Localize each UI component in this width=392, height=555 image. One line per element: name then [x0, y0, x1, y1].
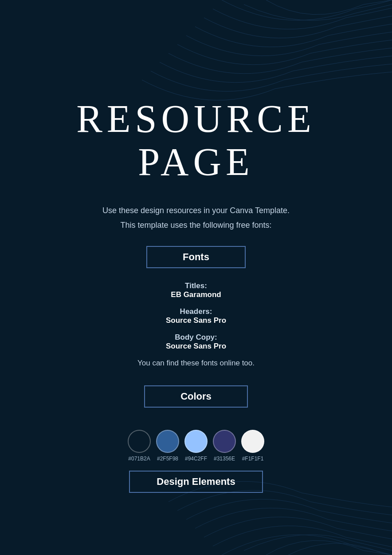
design-elements-label: Design Elements — [157, 476, 235, 487]
subtitle1: Use these design resources in your Canva… — [102, 206, 290, 215]
colors-row: #071B2A#2F5F98#94C2FF#31356E#F1F1F1 — [128, 430, 264, 462]
main-content: RESOURCE PAGE Use these design resources… — [0, 0, 392, 493]
colors-section-box: Colors — [144, 385, 248, 408]
color-hex-label: #F1F1F1 — [242, 456, 264, 462]
titles-font-name: EB Garamond — [171, 290, 221, 299]
fonts-section-label: Fonts — [183, 251, 209, 262]
titles-label: Titles: — [171, 281, 221, 290]
color-hex-label: #31356E — [214, 456, 235, 462]
color-circle — [156, 430, 179, 453]
color-circle — [128, 430, 151, 453]
body-copy-font-name: Source Sans Pro — [166, 342, 226, 351]
color-item: #94C2FF — [184, 430, 208, 462]
headers-font-block: Headers: Source Sans Pro — [166, 307, 226, 325]
color-item: #2F5F98 — [156, 430, 179, 462]
colors-section-label: Colors — [180, 391, 212, 402]
titles-font-block: Titles: EB Garamond — [171, 281, 221, 299]
body-copy-font-block: Body Copy: Source Sans Pro — [166, 333, 226, 351]
color-hex-label: #94C2FF — [185, 456, 207, 462]
headers-font-name: Source Sans Pro — [166, 316, 226, 325]
color-item: #31356E — [213, 430, 236, 462]
headers-label: Headers: — [166, 307, 226, 316]
color-hex-label: #2F5F98 — [157, 456, 178, 462]
subtitle2: This template uses the following free fo… — [120, 221, 271, 230]
fonts-section-box: Fonts — [146, 246, 246, 268]
color-circle — [184, 430, 208, 453]
fonts-note: You can find these fonts online too. — [137, 359, 255, 368]
page-title: RESOURCE PAGE — [76, 98, 316, 184]
color-circle — [241, 430, 264, 453]
color-circle — [213, 430, 236, 453]
body-copy-label: Body Copy: — [166, 333, 226, 342]
color-item: #071B2A — [128, 430, 151, 462]
color-item: #F1F1F1 — [241, 430, 264, 462]
design-elements-box: Design Elements — [129, 471, 263, 493]
color-hex-label: #071B2A — [128, 456, 150, 462]
